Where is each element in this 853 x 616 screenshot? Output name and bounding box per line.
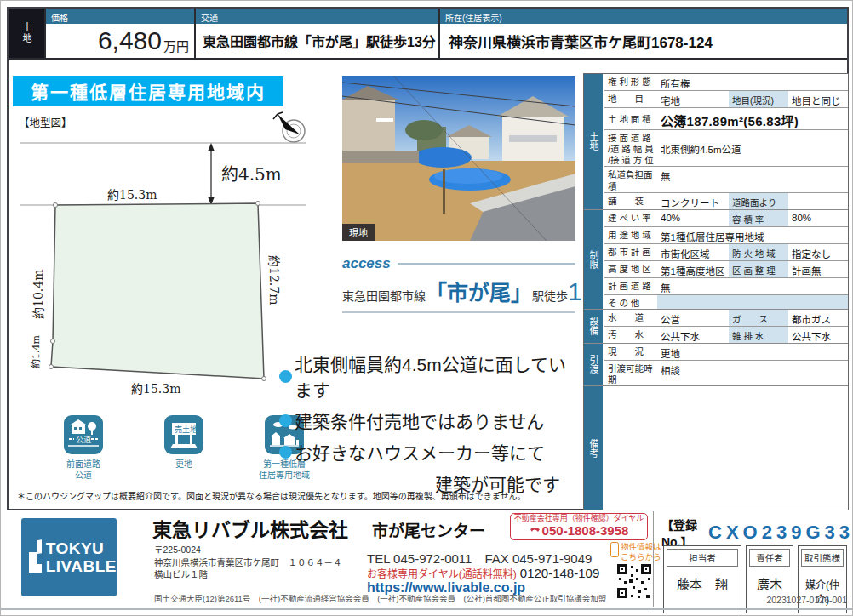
selling-point-continuation: 建築が可能です (279, 471, 579, 496)
phone-icon (530, 526, 541, 535)
section-handover: 引渡 (584, 344, 604, 385)
staff-name: 媒介(仲介) (799, 569, 846, 613)
spec-table: 土地 権 利 形 態所有権 地 目宅地地目(現況)地目と同じ 土 地 面 積公簿… (583, 73, 849, 510)
table-row: 私道負担面積無 (604, 166, 848, 191)
branch-name: 市が尾センター (372, 518, 485, 541)
staff-box-agent: 担当者 藤本 翔 (663, 545, 741, 613)
table-row: そ の 他 (604, 294, 848, 309)
road-house-icon: 公道 (64, 415, 103, 454)
document-number: 20231027-0126-001 (766, 595, 847, 605)
selling-point: 北東側幅員約4.5m公道に面しています (295, 351, 579, 402)
dim-bottom: 約15.3m (131, 382, 180, 396)
badge-vacant-lot: 売土地 更地 (145, 415, 223, 481)
selling-points: 北東側幅員約4.5m公道に面しています 建築条件付売地ではありません お好きなハ… (279, 351, 579, 496)
table-row: 汚 水公共下水雑 排 水公共下水 (604, 326, 848, 343)
section-land: 土地 (584, 74, 604, 209)
category-label: 土地 (9, 9, 44, 58)
location-column: 所在(住居表示) 神奈川県横浜市青葉区市ケ尾町1678-124 (438, 9, 847, 58)
table-row: 土 地 面 積公簿187.89m²(56.83坪) (604, 107, 848, 129)
price-header: 価格 (46, 9, 194, 24)
selling-point: 建築条件付売地ではありません (295, 408, 544, 433)
registration-number: CXO239G33 (708, 522, 853, 544)
section-utilities: 設備 (584, 310, 604, 343)
address-line2: 横山ビル１階 (154, 568, 342, 581)
badge-label: 前面道路 公道 (66, 459, 100, 481)
address-line1: 神奈川県横浜市青葉区市ケ尾町 １０６４－４ (154, 556, 342, 569)
section-restrictions: 制限 (584, 210, 604, 309)
tel-fax: TEL 045-972-0011 FAX 045-971-9049 (367, 549, 592, 567)
smartphone-icon (610, 542, 619, 557)
zoning-banner: 第一種低層住居専用地域内 (13, 76, 283, 106)
table-row: 現 況更地 (604, 344, 848, 360)
header-table: 土地 価格 6,480 万円 交通 東急田園都市線「市が尾」駅徒歩13分 所在(… (9, 9, 847, 60)
access-rule (398, 263, 575, 265)
section-remarks: 備考 (584, 386, 604, 510)
dim-top: 約15.3m (107, 188, 157, 202)
access-title: access (342, 255, 391, 272)
site-photo: 現地 (342, 76, 575, 241)
table-row: 水 道公営ガ ス都市ガス (604, 310, 848, 326)
transport-value: 東急田園都市線「市が尾」駅徒歩13分 (196, 24, 438, 58)
table-row: 高 度 地 区第1種高度地区区 画 整 理計画無 (604, 260, 848, 277)
dim-road-width: 約4.5m (221, 164, 282, 185)
staff-name: 藤本 翔 (664, 569, 741, 599)
company-address: 〒225-0024 神奈川県横浜市青葉区市ケ尾町 １０６４－４ 横山ビル１階 (154, 544, 342, 581)
registration: 【登録No.】 CXO239G33 (661, 516, 853, 550)
selling-point: お好きなハウスメーカー等にて (295, 439, 545, 465)
dealer-dial-number: 050-1808-3958 (542, 523, 629, 538)
table-row: 権 利 形 態所有権 (604, 74, 848, 90)
footer: TOKYU LIVABLE 東急リバブル株式会社 市が尾センター 〒225-00… (1, 511, 853, 616)
license-line: 国土交通大臣(12)第2611号 (一社)不動産流通経営協会会員 (一社)不動産… (154, 592, 606, 604)
bullet-icon (279, 414, 292, 427)
remarks-empty-cell (604, 386, 848, 510)
price-value: 6,480 (98, 26, 162, 55)
table-row: 建 ぺ い 率40%容 積 率80% (604, 210, 848, 226)
badge-sign-text: 売土地 (175, 425, 198, 434)
table-row: 舗 装コンクリート道路面より (604, 192, 848, 209)
staff-title: 責任者 (749, 549, 790, 567)
table-row: 地 目宅地地目(現況)地目と同じ (604, 90, 848, 107)
price-column: 価格 6,480 万円 (44, 9, 194, 58)
company-name: 東急リバブル株式会社 (152, 514, 348, 543)
badge-road-text: 公道 (76, 435, 91, 444)
qr-code (615, 562, 653, 600)
transport-header: 交通 (196, 9, 438, 24)
table-row: 用 途 地 域第1種低層住居専用地域 (604, 226, 848, 243)
access-section: access 東急田園都市線 「市が尾」 駅徒歩 13 分 (342, 255, 575, 313)
access-rail-line: 東急田園都市線 (342, 287, 426, 304)
table-row: 引渡可能時期相談 (604, 360, 848, 385)
main-sheet: 土地 価格 6,480 万円 交通 東急田園都市線「市が尾」駅徒歩13分 所在(… (7, 7, 849, 510)
access-divider (342, 311, 575, 313)
staff-title: 担当者 (667, 549, 738, 567)
logo-text-2: LIVABLE (46, 557, 117, 575)
logo-text-1: TOKYU (46, 539, 117, 557)
dim-right: 約12.7m (267, 255, 281, 305)
transport-column: 交通 東急田園都市線「市が尾」駅徒歩13分 (194, 9, 438, 58)
dealer-dial-box: 不動産会社専用（物件確認）ダイヤル 050-1808-3958 (510, 513, 648, 540)
customer-dial: お客様専用ダイヤル(通話料無料) 0120-148-109 (367, 566, 599, 580)
tokyu-livable-logo: TOKYU LIVABLE (21, 518, 117, 596)
dealer-dial-label: 不動産会社専用（物件確認）ダイヤル (514, 515, 644, 523)
badge-label: 更地 (175, 459, 192, 470)
staff-title: 取引態様 (801, 549, 844, 567)
photo-caption: 現地 (342, 224, 375, 241)
access-walk-label: 駅徒歩 (532, 287, 568, 304)
table-row: 都 市 計 画市街化区域防 火 地 域指定なし (604, 243, 848, 260)
customer-dial-label: お客様専用ダイヤル(通話料無料) (367, 568, 517, 580)
sale-sign-icon: 売土地 (164, 415, 203, 454)
price-unit: 万円 (163, 37, 189, 54)
location-value: 神奈川県横浜市青葉区市ケ尾町1678-124 (440, 24, 847, 58)
table-row: 接 面 道 路 /道 路 幅 員 /接 道 方 位北東側約4.5m公道 (604, 129, 848, 166)
postal-code: 〒225-0024 (154, 544, 342, 556)
dim-left: 約10.4m (31, 270, 45, 319)
badge-front-road: 公道 前面道路 公道 (44, 415, 123, 481)
table-row: 計 画 道 路無 (604, 277, 848, 294)
registration-label: 【登録No.】 (661, 516, 705, 550)
bullet-icon (279, 370, 292, 383)
site-photo-scene (342, 76, 575, 241)
logo-mark-icon (27, 539, 42, 576)
footer-divider (653, 511, 654, 607)
dim-left-small: 約1.4m (30, 335, 42, 368)
bottom-rule (1, 608, 853, 610)
customer-dial-number: 0120-148-109 (520, 566, 599, 580)
